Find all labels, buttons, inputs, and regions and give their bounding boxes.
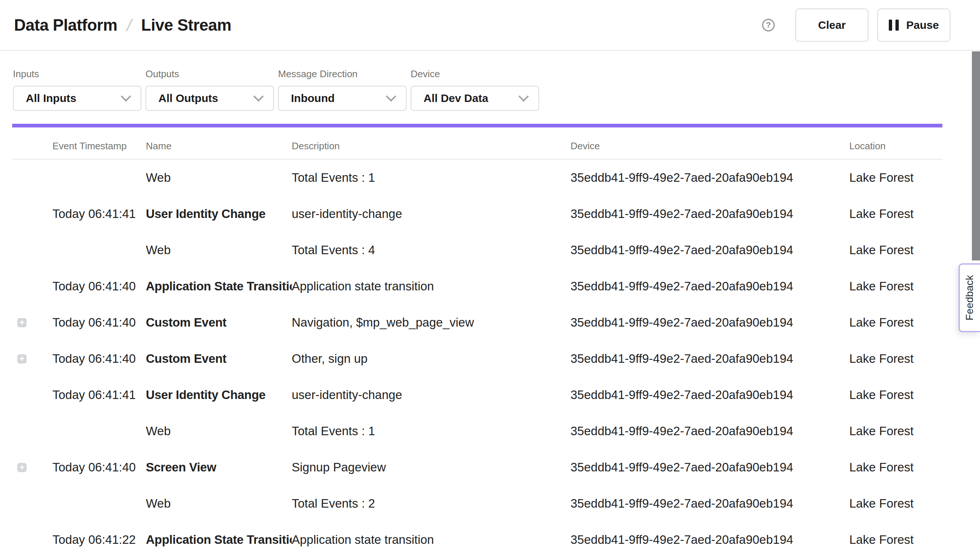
cell-description: Signup Pageview	[292, 460, 571, 474]
cell-device: 35eddb41-9ff9-49e2-7aed-20afa90eb194	[571, 533, 849, 547]
header-actions: ? Clear Pause	[762, 8, 950, 42]
device-select[interactable]: All Dev Data	[410, 86, 539, 111]
cell-location: Lake Forest	[849, 207, 942, 221]
filter-outputs: Outputs All Outputs	[145, 69, 274, 111]
help-icon[interactable]: ?	[762, 19, 775, 31]
outputs-select[interactable]: All Outputs	[145, 86, 274, 111]
chevron-down-icon	[253, 91, 264, 102]
cell-name: User Identity Change	[146, 207, 292, 221]
table-row[interactable]: +Today 06:41:40Custom EventOther, sign u…	[12, 341, 942, 377]
cell-description: Total Events : 1	[292, 424, 571, 438]
table-row[interactable]: Today 06:41:40Application State Transiti…	[12, 268, 942, 305]
column-header-name: Name	[146, 140, 292, 152]
column-header-location: Location	[849, 140, 942, 152]
table-row[interactable]: WebTotal Events : 135eddb41-9ff9-49e2-7a…	[12, 160, 942, 196]
cell-device: 35eddb41-9ff9-49e2-7aed-20afa90eb194	[571, 207, 849, 221]
feedback-tab[interactable]: Feedback	[959, 263, 980, 332]
table-row[interactable]: WebTotal Events : 435eddb41-9ff9-49e2-7a…	[12, 232, 942, 268]
filter-outputs-label: Outputs	[145, 69, 274, 80]
pause-button-label: Pause	[906, 19, 939, 31]
pause-button[interactable]: Pause	[877, 8, 950, 42]
cell-event-timestamp: Today 06:41:41	[52, 207, 146, 221]
cell-description: Other, sign up	[292, 352, 571, 366]
table-row[interactable]: WebTotal Events : 135eddb41-9ff9-49e2-7a…	[12, 413, 942, 449]
cell-name: Application State Transition	[146, 279, 292, 293]
outputs-select-value: All Outputs	[158, 92, 218, 105]
cell-description: Total Events : 1	[292, 171, 571, 185]
filter-device: Device All Dev Data	[410, 69, 539, 111]
column-header-event-timestamp: Event Timestamp	[52, 140, 146, 152]
cell-location: Lake Forest	[849, 424, 942, 438]
cell-description: Total Events : 4	[292, 243, 571, 257]
inputs-select[interactable]: All Inputs	[13, 86, 142, 111]
table-row[interactable]: Today 06:41:41User Identity Changeuser-i…	[12, 196, 942, 232]
table-row[interactable]: WebTotal Events : 235eddb41-9ff9-49e2-7a…	[12, 485, 942, 522]
pause-icon	[889, 19, 899, 31]
cell-location: Lake Forest	[849, 460, 942, 474]
table-row[interactable]: +Today 06:41:40Custom EventNavigation, $…	[12, 305, 942, 341]
table-header-row: Event Timestamp Name Description Device …	[12, 128, 942, 160]
cell-location: Lake Forest	[849, 352, 942, 366]
breadcrumb-section[interactable]: Data Platform	[14, 16, 118, 34]
cell-name: Web	[146, 243, 292, 257]
filter-inputs-label: Inputs	[13, 69, 142, 80]
cell-device: 35eddb41-9ff9-49e2-7aed-20afa90eb194	[571, 388, 849, 402]
cell-name: Web	[146, 171, 292, 185]
table-row[interactable]: +Today 06:41:40Screen ViewSignup Pagevie…	[12, 449, 942, 485]
filter-message-direction-label: Message Direction	[278, 69, 407, 80]
filter-device-label: Device	[410, 69, 539, 80]
message-direction-select[interactable]: Inbound	[278, 86, 407, 111]
cell-event-timestamp: Today 06:41:22	[52, 533, 146, 547]
breadcrumb-separator: /	[125, 15, 134, 35]
expand-row-icon[interactable]: +	[18, 318, 27, 327]
feedback-tab-label: Feedback	[964, 275, 976, 321]
cell-description: Application state transition	[292, 533, 571, 547]
column-header-description: Description	[292, 140, 571, 152]
cell-location: Lake Forest	[849, 279, 942, 293]
chevron-down-icon	[519, 91, 529, 102]
scrollbar-thumb[interactable]	[972, 51, 980, 260]
filter-inputs: Inputs All Inputs	[13, 69, 142, 111]
cell-name: Screen View	[146, 460, 292, 474]
expand-row-icon[interactable]: +	[18, 463, 27, 472]
cell-description: Total Events : 2	[292, 496, 571, 511]
cell-location: Lake Forest	[849, 316, 942, 330]
cell-device: 35eddb41-9ff9-49e2-7aed-20afa90eb194	[571, 460, 849, 474]
cell-location: Lake Forest	[849, 243, 942, 257]
cell-device: 35eddb41-9ff9-49e2-7aed-20afa90eb194	[571, 243, 849, 257]
cell-expand: +	[12, 354, 52, 364]
cell-location: Lake Forest	[849, 496, 942, 511]
cell-device: 35eddb41-9ff9-49e2-7aed-20afa90eb194	[571, 279, 849, 293]
stream-progress-bar	[12, 124, 942, 128]
cell-description: user-identity-change	[292, 388, 571, 402]
cell-name: Custom Event	[146, 316, 292, 330]
clear-button[interactable]: Clear	[795, 8, 869, 42]
cell-event-timestamp: Today 06:41:40	[52, 460, 146, 474]
cell-name: Web	[146, 424, 292, 438]
column-header-device: Device	[571, 140, 849, 152]
cell-expand: +	[12, 318, 52, 327]
breadcrumb: Data Platform / Live Stream	[14, 15, 231, 35]
table-row[interactable]: Today 06:41:22Application State Transiti…	[12, 522, 942, 549]
table-row[interactable]: Today 06:41:41User Identity Changeuser-i…	[12, 377, 942, 413]
cell-event-timestamp: Today 06:41:40	[52, 352, 146, 366]
chevron-down-icon	[386, 91, 396, 102]
cell-device: 35eddb41-9ff9-49e2-7aed-20afa90eb194	[571, 171, 849, 185]
cell-device: 35eddb41-9ff9-49e2-7aed-20afa90eb194	[571, 352, 849, 366]
clear-button-label: Clear	[818, 19, 846, 31]
cell-name: Web	[146, 496, 292, 511]
cell-event-timestamp: Today 06:41:40	[52, 316, 146, 330]
message-direction-select-value: Inbound	[291, 92, 334, 105]
filter-bar: Inputs All Inputs Outputs All Outputs Me…	[0, 51, 980, 111]
cell-description: Application state transition	[292, 279, 571, 293]
cell-device: 35eddb41-9ff9-49e2-7aed-20afa90eb194	[571, 496, 849, 511]
cell-event-timestamp: Today 06:41:41	[52, 388, 146, 402]
expand-row-icon[interactable]: +	[18, 354, 27, 364]
cell-name: Custom Event	[146, 352, 292, 366]
cell-location: Lake Forest	[849, 171, 942, 185]
filter-message-direction: Message Direction Inbound	[278, 69, 407, 111]
cell-location: Lake Forest	[849, 533, 942, 547]
cell-event-timestamp: Today 06:41:40	[52, 279, 146, 293]
cell-name: Application State Transition	[146, 533, 292, 547]
cell-location: Lake Forest	[849, 388, 942, 402]
